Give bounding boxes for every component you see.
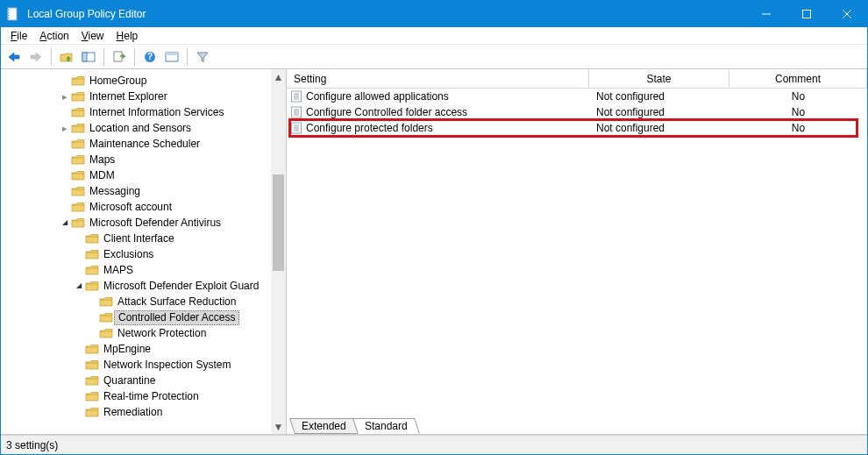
folder-icon [85, 279, 99, 293]
setting-name: Configure protected folders [306, 122, 433, 134]
tab-standard[interactable]: Standard [352, 418, 420, 434]
tree-item[interactable]: Network Protection [3, 325, 286, 341]
folder-icon [85, 342, 99, 356]
policy-icon [290, 106, 302, 118]
setting-comment: No [729, 106, 867, 118]
folder-icon [71, 121, 85, 135]
setting-name: Configure allowed applications [306, 90, 449, 103]
tree-item[interactable]: ▸Location and Sensors [3, 120, 286, 136]
tree-item-label: MAPS [102, 262, 135, 278]
svg-rect-4 [7, 18, 10, 18]
tree-item-label: Controlled Folder Access [114, 310, 239, 325]
svg-rect-15 [166, 53, 178, 55]
tree-item[interactable]: Maintenance Scheduler [3, 136, 286, 152]
tree-item[interactable]: Maps [3, 152, 286, 167]
setting-comment: No [729, 122, 867, 134]
back-button[interactable] [4, 47, 24, 67]
tree-item[interactable]: HomeGroup [3, 73, 286, 89]
tree-item[interactable]: ◢Microsoft Defender Antivirus [3, 215, 286, 231]
folder-icon [85, 358, 99, 372]
tree-item-label: Microsoft account [88, 199, 174, 215]
folder-icon [99, 310, 113, 324]
folder-icon [71, 137, 85, 151]
close-button[interactable] [827, 1, 867, 27]
help-button[interactable]: ? [140, 47, 160, 67]
menu-file[interactable]: File [4, 29, 33, 43]
tree-item[interactable]: MAPS [3, 262, 286, 278]
tree-item[interactable]: Real-time Protection [3, 388, 286, 404]
minimize-button[interactable] [746, 1, 786, 27]
menu-view[interactable]: View [75, 29, 110, 43]
col-header-setting[interactable]: Setting [287, 69, 589, 88]
expand-icon[interactable]: ▸ [59, 120, 71, 136]
expand-icon[interactable]: ▸ [59, 89, 71, 104]
col-header-comment[interactable]: Comment [729, 69, 867, 88]
folder-icon [71, 168, 85, 182]
tree-item[interactable]: Controlled Folder Access [3, 309, 286, 325]
tree-item[interactable]: Client Interface [3, 231, 286, 246]
folder-icon [71, 153, 85, 167]
folder-icon [71, 89, 85, 103]
folder-icon [99, 326, 113, 340]
expand-icon[interactable]: ◢ [59, 215, 71, 231]
svg-rect-1 [7, 10, 10, 11]
setting-row[interactable]: Configure Controlled folder accessNot co… [287, 104, 867, 120]
col-header-state[interactable]: State [589, 69, 729, 88]
tree-item-label: MDM [88, 167, 117, 183]
tree-item[interactable]: MpEngine [3, 341, 286, 357]
tree-item[interactable]: Attack Surface Reduction [3, 294, 286, 309]
tree-item-label: Client Interface [102, 231, 176, 246]
folder-icon [99, 295, 113, 309]
folder-icon [85, 247, 99, 261]
tree-item[interactable]: Microsoft account [3, 199, 286, 215]
tree-item[interactable]: Internet Information Services [3, 104, 286, 120]
folder-icon [85, 231, 99, 245]
tree-item[interactable]: ▸Internet Explorer [3, 89, 286, 104]
menu-help[interactable]: Help [110, 29, 145, 43]
setting-name: Configure Controlled folder access [306, 106, 467, 118]
tree-item[interactable]: Messaging [3, 183, 286, 199]
setting-row[interactable]: Configure allowed applicationsNot config… [287, 89, 867, 104]
expand-icon[interactable]: ◢ [73, 278, 85, 294]
svg-text:?: ? [147, 52, 153, 61]
export-list-button[interactable] [110, 47, 129, 67]
policy-tree[interactable]: HomeGroup▸Internet ExplorerInternet Info… [1, 69, 286, 434]
tree-item-label: Exclusions [102, 246, 155, 262]
folder-icon [85, 405, 99, 419]
list-header[interactable]: Setting State Comment [287, 69, 867, 89]
toolbar: ? [1, 45, 867, 69]
tree-item-label: Attack Surface Reduction [116, 294, 238, 309]
properties-button[interactable] [162, 47, 181, 67]
tree-item[interactable]: Remediation [3, 404, 286, 420]
tree-item[interactable]: ◢Microsoft Defender Exploit Guard [3, 278, 286, 294]
folder-icon [71, 105, 85, 119]
tree-scrollbar[interactable]: ▲ ▼ [271, 69, 286, 434]
tree-item-label: Microsoft Defender Exploit Guard [102, 278, 260, 294]
tree-item[interactable]: MDM [3, 167, 286, 183]
scrollbar-thumb[interactable] [273, 174, 284, 271]
tab-extended[interactable]: Extended [289, 418, 359, 434]
tree-item-label: Location and Sensors [88, 120, 193, 136]
tree-item-label: MpEngine [102, 341, 153, 357]
tree-item[interactable]: Quarantine [3, 373, 286, 388]
filter-button[interactable] [193, 47, 212, 67]
forward-button[interactable] [26, 47, 46, 67]
folder-icon [85, 389, 99, 403]
window-title: Local Group Policy Editor [27, 8, 746, 20]
setting-state: Not configured [589, 122, 729, 134]
folder-icon [71, 74, 85, 88]
tree-item[interactable]: Network Inspection System [3, 357, 286, 373]
svg-rect-3 [7, 15, 10, 16]
tree-item-label: Messaging [88, 183, 142, 199]
tree-item[interactable]: Exclusions [3, 246, 286, 262]
statusbar: 3 setting(s) [1, 435, 867, 454]
tree-item-label: Real-time Protection [102, 388, 201, 404]
svg-rect-10 [82, 53, 87, 61]
view-tabs: Extended Standard [287, 416, 867, 434]
maximize-button[interactable] [786, 1, 827, 27]
folder-icon [71, 216, 85, 230]
show-hide-tree-button[interactable] [79, 47, 98, 67]
setting-row[interactable]: Configure protected foldersNot configure… [287, 120, 867, 136]
up-one-level-button[interactable] [57, 47, 76, 67]
menu-action[interactable]: Action [33, 29, 75, 43]
